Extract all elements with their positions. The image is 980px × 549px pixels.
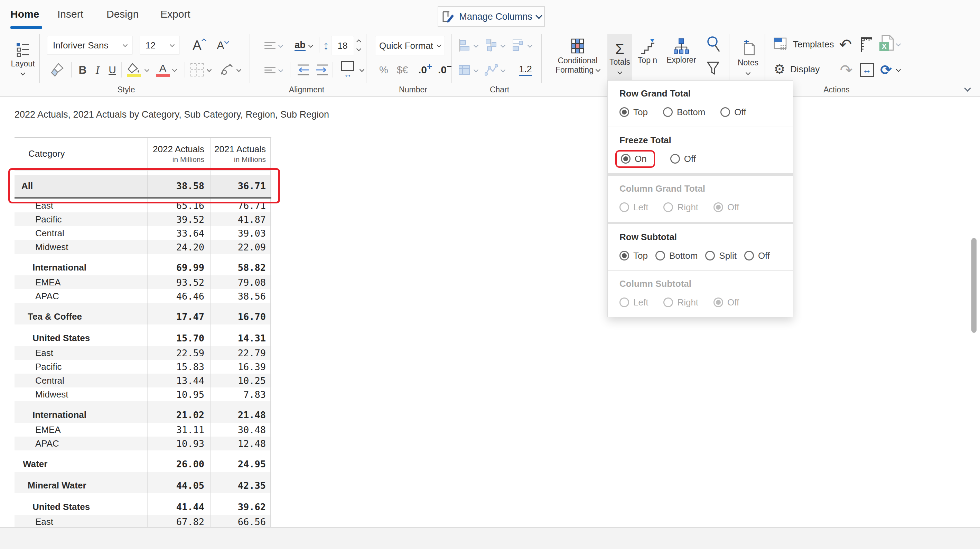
tab-home[interactable]: Home (10, 8, 39, 20)
totals-button[interactable]: Σ Totals (607, 34, 632, 80)
explorer-button[interactable]: Explorer (662, 34, 700, 69)
grand-total-row[interactable]: All 38.58 36.71 (14, 175, 271, 199)
radio-row-subtotal-bottom[interactable]: Bottom (655, 251, 698, 261)
redo-button[interactable]: ↷ (838, 62, 854, 78)
layout-button[interactable]: Layout (7, 35, 39, 81)
decrease-decimal-button[interactable]: .0 − (436, 61, 453, 79)
stacked-chart-button[interactable] (510, 36, 533, 55)
conditional-formatting-button[interactable]: Conditional Formatting (552, 34, 603, 79)
header-category[interactable]: Category (14, 138, 148, 170)
chevron-down-icon[interactable] (896, 67, 901, 72)
row-value-2021: 42.35 (210, 472, 270, 493)
radio-freeze-total-off[interactable]: Off (670, 153, 696, 164)
quick-format-button[interactable]: Quick Format (375, 36, 445, 55)
table-row[interactable]: EMEA93.5279.08 (14, 275, 271, 289)
table-row[interactable]: United States41.4439.62 (14, 493, 271, 515)
undo-button[interactable]: ↶ (837, 35, 854, 53)
font-size-select[interactable]: 12 (140, 36, 180, 55)
manage-columns-button[interactable]: Manage Columns (438, 6, 545, 27)
refresh-button[interactable]: ⟳ (878, 62, 894, 78)
table-row[interactable]: Pacific39.5241.87 (14, 212, 271, 226)
row-value-2021: 12.48 (210, 437, 270, 450)
row-height-input[interactable]: 18 (331, 36, 354, 55)
row-label: APAC (14, 289, 148, 303)
bar-chart-button[interactable] (456, 36, 479, 55)
decrease-indent-button[interactable] (294, 61, 312, 79)
table-row[interactable]: Midwest24.2022.09 (14, 240, 271, 254)
increase-decimal-button[interactable]: .0 + (416, 61, 434, 79)
header-2021-actuals[interactable]: 2021 Actuals in Millions (210, 138, 270, 170)
row-label: East (14, 515, 148, 527)
chevron-down-icon[interactable] (207, 67, 212, 72)
font-color-button[interactable]: A (155, 61, 171, 79)
row-height-stepper[interactable] (355, 36, 363, 55)
tab-export[interactable]: Export (161, 8, 191, 20)
chevron-down-icon[interactable] (145, 67, 150, 72)
notes-button[interactable]: Notes (733, 34, 762, 80)
filter-button[interactable] (705, 59, 721, 78)
bold-button[interactable]: B (75, 61, 90, 79)
fit-width-button[interactable]: ↔ (859, 62, 875, 78)
templates-button[interactable]: Templates (774, 37, 834, 52)
table-row[interactable]: Tea & Coffee17.4716.70 (14, 303, 271, 324)
table-row[interactable]: EMEA31.1130.48 (14, 423, 271, 437)
radio-label: Right (677, 297, 698, 308)
header-2022-actuals[interactable]: 2022 Actuals in Millions (148, 138, 210, 170)
radio-row-grand-total-bottom[interactable]: Bottom (663, 107, 705, 118)
tab-insert[interactable]: Insert (57, 8, 83, 20)
export-excel-button[interactable]: X (878, 34, 895, 53)
radio-row-subtotal-top[interactable]: Top (619, 251, 648, 261)
waterfall-chart-button[interactable] (483, 36, 506, 55)
table-row[interactable]: Water26.0024.95 (14, 450, 271, 472)
table-row[interactable]: APAC10.9312.48 (14, 437, 271, 450)
italic-button[interactable]: I (91, 61, 104, 79)
resize-button[interactable] (858, 35, 873, 53)
decimal-display-button[interactable]: 1.2 (517, 61, 535, 79)
fill-color-button[interactable] (125, 61, 142, 79)
tab-design[interactable]: Design (107, 8, 138, 20)
radio-row-grand-total-top[interactable]: Top (619, 107, 648, 118)
clear-formatting-button[interactable] (218, 61, 234, 79)
table-row[interactable]: Pacific15.8316.39 (14, 360, 271, 373)
decrease-font-size-button[interactable]: A (212, 36, 233, 55)
search-button[interactable] (705, 35, 721, 53)
radio-row-grand-total-off[interactable]: Off (721, 107, 746, 118)
radio-freeze-total-on[interactable]: On (615, 150, 655, 168)
radio-row-subtotal-off[interactable]: Off (744, 251, 770, 261)
radio-row-subtotal-split[interactable]: Split (705, 251, 737, 261)
horizontal-align-button[interactable] (260, 61, 287, 79)
table-row[interactable]: Midwest10.957.83 (14, 388, 271, 401)
text-wrap-button[interactable]: ab (291, 36, 316, 55)
table-row[interactable]: Central13.4410.25 (14, 373, 271, 388)
chevron-down-icon[interactable] (360, 67, 364, 72)
top-n-button[interactable]: Top n (635, 34, 660, 69)
table-row[interactable]: Central33.6439.03 (14, 226, 271, 240)
chevron-down-icon[interactable] (237, 67, 241, 72)
chevron-down-icon[interactable] (172, 67, 177, 72)
line-chart-button[interactable] (483, 61, 506, 79)
table-row[interactable]: United States15.7014.31 (14, 324, 271, 346)
currency-format-button[interactable]: $€ (393, 61, 412, 79)
chevron-down-icon (528, 43, 532, 48)
increase-font-size-button[interactable]: A (189, 36, 210, 55)
format-painter-button[interactable] (48, 61, 66, 79)
font-name-select[interactable]: Inforiver Sans (47, 36, 133, 55)
table-row[interactable]: Mineral Water44.0542.35 (14, 472, 271, 493)
display-button[interactable]: ⚙ Display (774, 62, 819, 76)
percent-format-button[interactable]: % (377, 61, 391, 79)
underline-button[interactable]: U (105, 61, 119, 79)
chevron-down-icon[interactable] (896, 41, 901, 46)
vertical-scrollbar-thumb[interactable] (971, 238, 977, 333)
column-width-button[interactable]: ↔ (337, 59, 358, 80)
table-row[interactable]: International69.9958.82 (14, 254, 271, 275)
table-row[interactable]: East67.8266.56 (14, 515, 271, 527)
vertical-align-button[interactable] (260, 36, 287, 55)
collapse-ribbon-icon[interactable] (964, 85, 971, 92)
table-row[interactable]: East22.5922.79 (14, 346, 271, 360)
table-row[interactable]: APAC46.4638.56 (14, 289, 271, 303)
borders-button[interactable] (189, 61, 205, 79)
increase-indent-button[interactable] (313, 61, 331, 79)
table-row[interactable]: International21.0221.48 (14, 401, 271, 423)
table-chart-button[interactable] (456, 61, 479, 79)
table-row[interactable]: East65.1676.71 (14, 199, 271, 212)
